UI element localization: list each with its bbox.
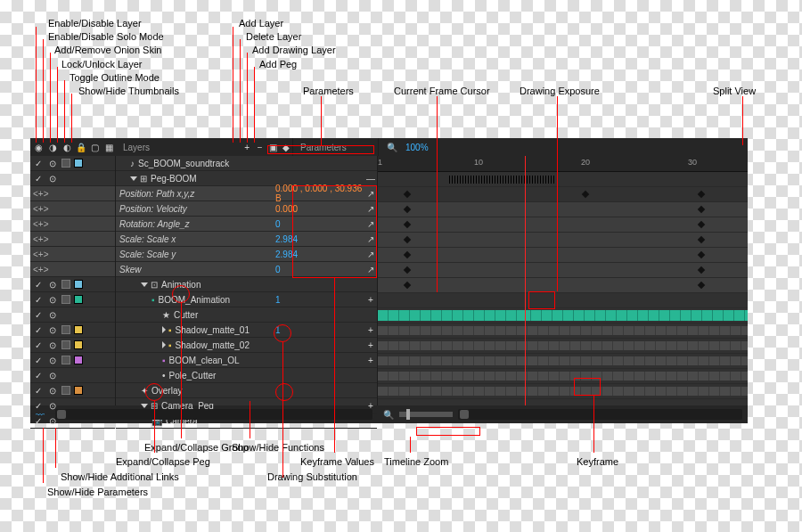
keyframe-marker[interactable] xyxy=(404,236,411,243)
timeline-row[interactable] xyxy=(378,293,748,308)
solo-mode-icon[interactable]: ◑ xyxy=(46,139,61,155)
solo-icon[interactable]: ⊙ xyxy=(47,174,58,184)
color-swatch[interactable] xyxy=(74,280,83,289)
delete-layer-icon[interactable]: − xyxy=(254,139,267,155)
keyframe-nav[interactable]: <+> xyxy=(33,250,49,259)
layer-checkbox[interactable] xyxy=(61,325,70,334)
add-layer-icon[interactable]: + xyxy=(241,139,254,155)
timeline-row[interactable] xyxy=(378,369,748,384)
timeline-scrollbar[interactable] xyxy=(458,409,742,420)
keyframe-marker[interactable] xyxy=(404,221,411,228)
layer-checkbox[interactable] xyxy=(61,159,70,168)
layer-row[interactable]: Position: Path x,y,z0.000 , 0.000 , 30.9… xyxy=(116,186,377,201)
enable-icon[interactable]: ✓ xyxy=(33,174,44,184)
enable-icon[interactable]: ✓ xyxy=(33,310,44,320)
keyframe-nav[interactable]: <+> xyxy=(33,265,49,274)
keyframe-marker[interactable] xyxy=(582,191,589,198)
function-curve-icon[interactable]: ↗ xyxy=(364,265,377,274)
left-scrollbar[interactable] xyxy=(55,409,372,420)
show-functions-icon[interactable]: + xyxy=(364,356,377,365)
layer-row[interactable]: Position: Velocity0.000↗ xyxy=(116,201,377,217)
keyframe-marker[interactable] xyxy=(698,282,705,289)
exposure-block[interactable] xyxy=(520,310,748,321)
color-swatch[interactable] xyxy=(74,386,83,395)
timeline-row[interactable] xyxy=(378,354,748,369)
solo-icon[interactable]: ⊙ xyxy=(47,356,58,365)
lock-layer-icon[interactable]: 🔒 xyxy=(74,139,88,155)
timeline-row[interactable] xyxy=(378,308,748,323)
timeline-row[interactable] xyxy=(378,339,748,354)
keyframe-nav[interactable]: <+> xyxy=(33,219,49,229)
timeline-row[interactable] xyxy=(378,399,748,405)
layer-row[interactable]: ▪BOOM_clean_OL+ xyxy=(116,353,377,368)
timeline-row[interactable] xyxy=(378,248,748,263)
layer-checkbox[interactable] xyxy=(61,280,70,289)
keyframe-marker[interactable] xyxy=(698,221,705,228)
outline-mode-icon[interactable]: ▢ xyxy=(88,139,102,155)
solo-icon[interactable]: ⊙ xyxy=(47,295,58,305)
expand-toggle-icon[interactable] xyxy=(162,341,166,348)
timeline-row[interactable] xyxy=(378,278,748,293)
solo-icon[interactable]: ⊙ xyxy=(47,310,58,320)
add-drawing-icon[interactable]: ▣ xyxy=(266,139,280,155)
function-curve-icon[interactable]: ↗ xyxy=(364,204,377,214)
onion-skin-icon[interactable]: ◐ xyxy=(60,139,74,155)
layer-checkbox[interactable] xyxy=(61,340,70,349)
color-swatch[interactable] xyxy=(74,340,83,349)
layer-row[interactable]: ★Cutter xyxy=(116,307,377,323)
color-swatch[interactable] xyxy=(74,295,83,304)
keyframe-nav[interactable]: <+> xyxy=(33,234,49,244)
timeline-ruler[interactable]: 110203040 xyxy=(378,156,748,172)
expand-toggle-icon[interactable] xyxy=(141,282,148,287)
keyframe-marker[interactable] xyxy=(404,251,411,258)
keyframe-marker[interactable] xyxy=(698,251,705,258)
solo-icon[interactable]: ⊙ xyxy=(47,340,58,350)
zoom-search-icon[interactable]: 🔍 xyxy=(384,139,400,155)
layer-row[interactable]: ▪BOOM_Animation+1 xyxy=(116,292,377,307)
timeline-zoom-slider[interactable] xyxy=(399,412,453,417)
keyframe-nav[interactable]: <+> xyxy=(33,204,49,214)
layer-row[interactable]: Rotation: Angle_z0↗ xyxy=(116,217,377,232)
timeline-row[interactable] xyxy=(378,384,748,399)
enable-icon[interactable]: ✓ xyxy=(33,280,44,290)
keyframe-marker[interactable] xyxy=(698,191,705,198)
timeline-row[interactable] xyxy=(378,217,748,233)
layer-row[interactable]: Scale: Scale y2.984↗ xyxy=(116,247,377,262)
function-curve-icon[interactable]: ↗ xyxy=(364,189,377,199)
layer-checkbox[interactable] xyxy=(61,356,70,364)
enable-icon[interactable]: ✓ xyxy=(33,356,44,365)
solo-icon[interactable]: ⊙ xyxy=(47,159,58,168)
layer-checkbox[interactable] xyxy=(61,295,70,304)
show-functions-icon[interactable]: + xyxy=(364,340,377,350)
keyframe-marker[interactable] xyxy=(698,236,705,243)
layer-row[interactable]: ♪Sc_BOOM_soundtrack xyxy=(116,156,377,171)
layer-row[interactable]: ⊡Animation xyxy=(116,277,377,292)
keyframe-marker[interactable] xyxy=(404,266,411,274)
keyframe-marker[interactable] xyxy=(698,206,705,213)
enable-layer-icon[interactable]: ◉ xyxy=(32,139,46,155)
color-swatch[interactable] xyxy=(74,356,83,364)
layer-row[interactable]: Scale: Scale x2.984↗ xyxy=(116,232,377,247)
solo-icon[interactable]: ⊙ xyxy=(47,325,58,335)
enable-icon[interactable]: ✓ xyxy=(33,371,44,381)
solo-icon[interactable]: ⊙ xyxy=(47,280,58,290)
expand-toggle-icon[interactable] xyxy=(141,404,148,408)
solo-icon[interactable]: ⊙ xyxy=(47,371,58,381)
function-curve-icon[interactable]: ↗ xyxy=(364,250,377,259)
timeline-row[interactable] xyxy=(378,263,748,278)
color-swatch[interactable] xyxy=(74,159,83,168)
expand-toggle-icon[interactable] xyxy=(162,326,166,333)
layer-checkbox[interactable] xyxy=(61,386,70,395)
solo-icon[interactable]: ⊙ xyxy=(47,386,58,396)
timeline-zoom-icon[interactable]: 🔍 xyxy=(378,410,399,420)
enable-icon[interactable]: ✓ xyxy=(33,295,44,305)
layer-row[interactable]: ▪Shadow_matte_01+1 xyxy=(116,323,377,338)
color-swatch[interactable] xyxy=(74,325,83,334)
layer-row[interactable]: ✦Overlay xyxy=(116,383,377,398)
timeline-row[interactable] xyxy=(378,323,748,339)
keyframe-nav[interactable]: <+> xyxy=(33,189,49,199)
timeline-row[interactable] xyxy=(378,172,748,187)
enable-icon[interactable]: ✓ xyxy=(33,159,44,168)
keyframe-marker[interactable] xyxy=(404,191,411,198)
enable-icon[interactable]: ✓ xyxy=(33,386,44,396)
